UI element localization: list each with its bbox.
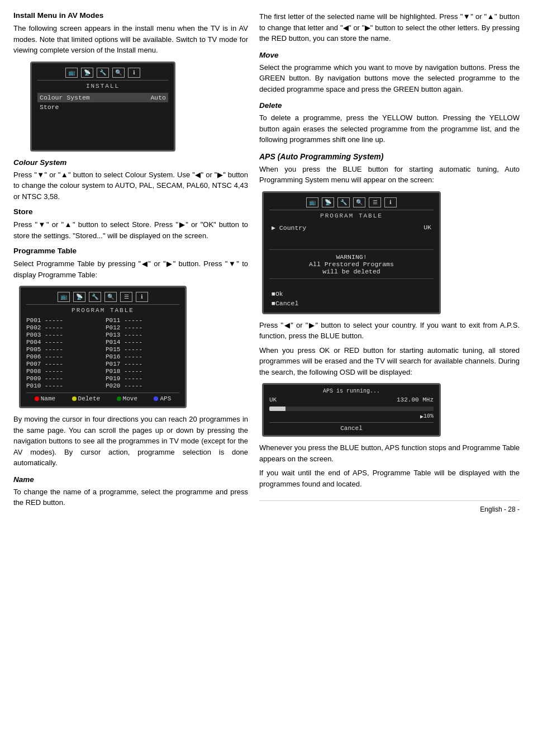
section-move: Move Select the programme which you want…	[259, 51, 520, 95]
aps-ok-label: Ok	[275, 290, 283, 297]
aps-para5: If you wait until the end of APS, Progra…	[259, 467, 520, 489]
programme-table-heading: Programme Table	[13, 247, 248, 255]
install-screen: 📺 📡 🔧 🔍 ℹ INSTALL Colour System Auto Sto…	[30, 62, 175, 152]
move-para: Select the programme which you want to m…	[259, 62, 520, 95]
prog-entry-p008: P008 -----	[26, 368, 100, 375]
aps-icon-tv: 📺	[306, 197, 318, 207]
legend-aps: APS	[154, 395, 171, 402]
prog-entry-p016: P016 -----	[106, 353, 179, 360]
prog-entry-p004: P004 -----	[26, 339, 100, 346]
aps-warning: WARNING! All Prestored Programs will be …	[269, 249, 434, 279]
install-av-para: The following screen appears in the inst…	[13, 23, 248, 56]
pt-icon-search: 🔍	[104, 292, 117, 302]
aps-para1: When you press the BLUE button for start…	[259, 164, 520, 186]
aps-para4: Whenever you press the BLUE button, APS …	[259, 442, 520, 464]
aps-ok-bullet: ■	[272, 290, 275, 297]
aps-para2: Press "◀" or "▶" button to select your c…	[259, 320, 520, 342]
aps-cancel-row: ■ Cancel	[269, 299, 434, 308]
colour-system-para: Press "▼" or "▲" button to select Colour…	[13, 169, 248, 202]
install-av-heading: Install Menu in AV Modes	[13, 11, 248, 20]
aps-country-arrow: ▶ Country	[272, 224, 306, 231]
footer: English - 28 -	[259, 500, 520, 513]
install-screen-title: INSTALL	[37, 83, 168, 89]
section-store: Store Press "▼" or "▲" button to select …	[13, 207, 248, 241]
section-install-av: Install Menu in AV Modes The following s…	[13, 11, 248, 152]
store-label: Store	[40, 103, 59, 111]
programme-entries: P001 ----- P011 ----- P002 ----- P012 --…	[26, 317, 179, 389]
section-programme-table: Programme Table Select Programme Table b…	[13, 247, 248, 469]
delete-para: To delete a programme, press the YELLOW …	[259, 112, 520, 145]
name-cont-para: The first letter of the selected name wi…	[259, 11, 520, 44]
legend-name-label: Name	[41, 395, 55, 402]
pt-icon-antenna: 📡	[73, 292, 85, 302]
aps-warning-line1: WARNING!	[269, 253, 434, 261]
aps-running-country: UK	[269, 396, 277, 403]
aps-country-row: ▶ Country UK	[269, 223, 434, 233]
aps-running-screen: APS is running... UK 132.00 MHz ▶ 10% Ca…	[262, 383, 441, 437]
programme-table-screen: 📺 📡 🔧 🔍 ☰ ℹ PROGRAM TABLE P001 ----- P01…	[19, 286, 187, 408]
aps-icon-antenna: 📡	[322, 197, 334, 207]
dot-blue-icon	[154, 396, 158, 401]
legend-delete-label: Delete	[78, 395, 101, 402]
prog-entry-p018: P018 -----	[106, 368, 179, 375]
dot-yellow-icon	[72, 396, 77, 401]
prog-entry-p013: P013 -----	[106, 332, 179, 338]
name-heading: Name	[13, 475, 248, 484]
prog-entry-p014: P014 -----	[106, 339, 179, 346]
section-delete: Delete To delete a programme, press the …	[259, 101, 520, 145]
aps-screen-icons: 📺 📡 🔧 🔍 ☰ ℹ	[269, 197, 434, 210]
icon-tv: 📺	[65, 68, 78, 78]
section-aps: APS (Auto Programming System) When you p…	[259, 152, 520, 490]
dot-green-icon	[117, 396, 121, 401]
aps-para3: When you press OK or RED button for star…	[259, 345, 520, 378]
legend-move-label: Move	[123, 395, 137, 402]
aps-pct-label: 10%	[423, 413, 434, 420]
dot-red-icon	[35, 396, 39, 401]
prog-entry-p015: P015 -----	[106, 346, 179, 353]
install-screen-icons: 📺 📡 🔧 🔍 ℹ	[37, 68, 168, 81]
aps-progress-bar	[269, 407, 434, 411]
pt-icon-list: ☰	[120, 292, 132, 302]
aps-warning-line3: will be deleted	[269, 268, 434, 275]
colour-system-heading: Colour System	[13, 158, 248, 167]
aps-running-cancel: Cancel	[269, 422, 434, 432]
pt-icon-tv: 📺	[58, 292, 70, 302]
prog-entry-p012: P012 -----	[106, 324, 179, 331]
aps-progress-fill	[269, 407, 285, 411]
prog-entry-p010: P010 -----	[26, 382, 100, 389]
prog-screen-icons: 📺 📡 🔧 🔍 ☰ ℹ	[26, 292, 179, 305]
prog-entry-p020: P020 -----	[106, 382, 179, 389]
section-name: Name To change the name of a programme, …	[13, 475, 248, 508]
aps-running-cancel-label: Cancel	[340, 425, 363, 432]
prog-entry-p007: P007 -----	[26, 361, 100, 367]
prog-entry-p011: P011 -----	[106, 317, 179, 324]
prog-entry-p006: P006 -----	[26, 353, 100, 360]
prog-entry-p009: P009 -----	[26, 375, 100, 382]
icon-antenna: 📡	[81, 68, 93, 78]
install-row-colour: Colour System Auto	[37, 93, 168, 102]
prog-entry-p003: P003 -----	[26, 332, 100, 338]
prog-entry-p019: P019 -----	[106, 375, 179, 382]
aps-icon-search: 🔍	[353, 197, 365, 207]
section-colour-system: Colour System Press "▼" or "▲" button to…	[13, 158, 248, 202]
aps-cancel-label: Cancel	[275, 300, 298, 307]
prog-legend: Name Delete Move APS	[26, 393, 179, 402]
colour-system-label: Colour System	[40, 94, 90, 101]
aps-icon-info: ℹ	[384, 197, 397, 207]
aps-running-title: APS is running...	[269, 388, 434, 394]
aps-cancel-bullet: ■	[272, 300, 275, 307]
programme-table-para2: By moving the cursor in four directions …	[13, 414, 248, 469]
aps-country-value: UK	[423, 224, 431, 231]
delete-heading: Delete	[259, 101, 520, 110]
aps-ok-row: ■ Ok	[269, 289, 434, 299]
colour-system-value: Auto	[150, 94, 166, 101]
prog-entry-p001: P001 -----	[26, 317, 100, 324]
pt-icon-tools: 🔧	[89, 292, 101, 302]
store-heading: Store	[13, 207, 248, 216]
prog-entry-p002: P002 -----	[26, 324, 100, 331]
left-column: Install Menu in AV Modes The following s…	[13, 11, 248, 514]
aps-country-label: Country	[279, 224, 306, 231]
aps-icon-tools: 🔧	[337, 197, 350, 207]
icon-info: ℹ	[128, 68, 140, 78]
aps-running-freq: 132.00 MHz	[397, 396, 434, 403]
